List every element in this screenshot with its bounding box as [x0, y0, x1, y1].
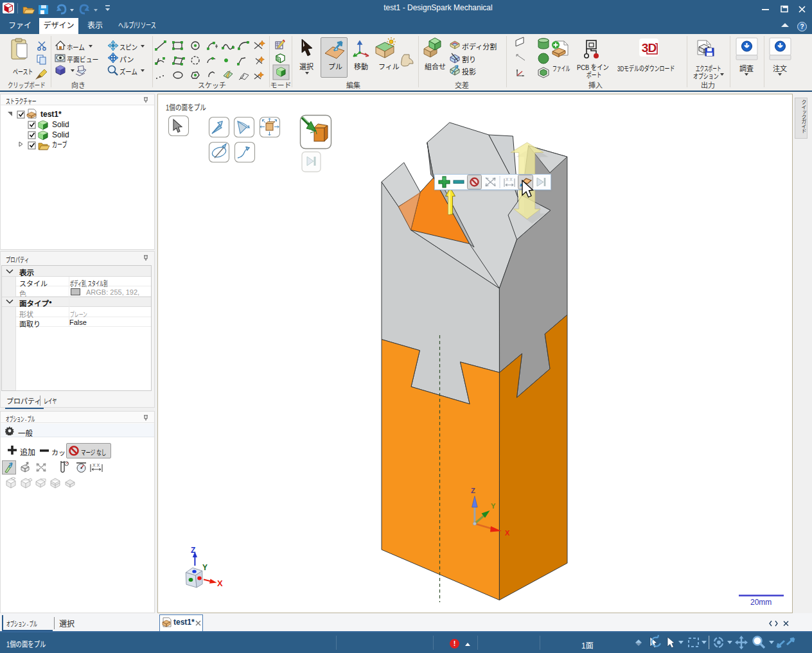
- svg-text:X: X: [505, 529, 510, 537]
- svg-text:Y: Y: [491, 502, 496, 510]
- svg-text:X: X: [217, 579, 223, 588]
- svg-text:20mm: 20mm: [750, 598, 772, 607]
- svg-text:Solid: Solid: [52, 120, 69, 129]
- svg-text:X X: X X: [506, 177, 513, 182]
- svg-text:test1*: test1*: [40, 110, 62, 119]
- svg-text:Solid: Solid: [52, 130, 69, 139]
- svg-text:3D: 3D: [642, 41, 657, 55]
- svg-text:Y: Y: [202, 563, 207, 572]
- svg-text:Z: Z: [471, 487, 475, 494]
- svg-text:Z: Z: [191, 546, 195, 555]
- svg-text:カーブ: カーブ: [52, 140, 67, 149]
- svg-text:X X: X X: [93, 463, 100, 467]
